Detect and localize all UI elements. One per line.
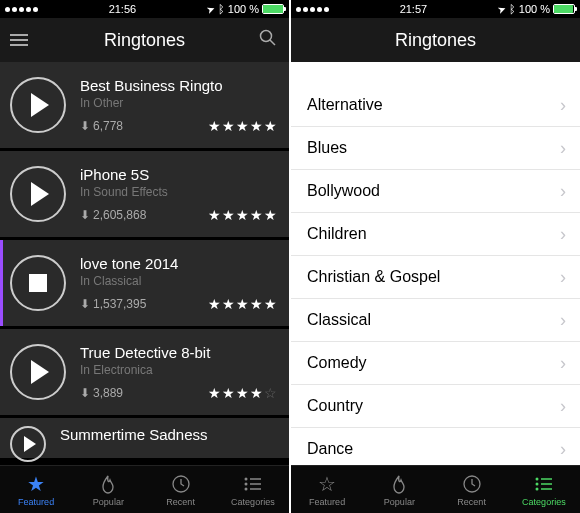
stop-icon <box>29 274 47 292</box>
ringtone-list[interactable]: Best Business Ringto In Other ⬇6,778 ★★★… <box>0 62 289 465</box>
download-count: ⬇3,889 <box>80 386 123 400</box>
location-icon: ➤ <box>205 2 216 15</box>
chevron-right-icon: › <box>560 353 566 374</box>
battery-icon <box>553 4 575 14</box>
star-icon: ☆ <box>318 473 336 495</box>
ringtone-category: In Electronica <box>80 363 277 377</box>
tab-featured[interactable]: ☆ Featured <box>291 466 363 513</box>
play-button[interactable] <box>10 166 66 222</box>
chevron-right-icon: › <box>560 396 566 417</box>
tab-bar: ☆ Featured Popular Recent Categories <box>291 465 580 513</box>
category-list[interactable]: Alternative› Blues› Bollywood› Children›… <box>291 62 580 465</box>
ringtone-title: Best Business Ringto <box>80 77 277 94</box>
svg-point-3 <box>244 477 247 480</box>
status-time: 21:56 <box>109 3 137 15</box>
ringtone-title: True Detective 8-bit <box>80 344 277 361</box>
ringtone-item[interactable]: iPhone 5S In Sound Effects ⬇2,605,868 ★★… <box>0 151 289 237</box>
svg-point-12 <box>535 482 538 485</box>
chevron-right-icon: › <box>560 95 566 116</box>
bluetooth-icon: ᛒ <box>218 3 225 15</box>
category-item[interactable]: Dance› <box>291 428 580 465</box>
status-bar: 21:57 ➤ ᛒ 100 % <box>291 0 580 18</box>
signal-dots-icon <box>296 7 329 12</box>
stop-button[interactable] <box>10 255 66 311</box>
location-icon: ➤ <box>496 2 507 15</box>
play-button[interactable] <box>10 344 66 400</box>
list-gap <box>291 62 580 84</box>
flame-icon <box>390 473 408 495</box>
chevron-right-icon: › <box>560 224 566 245</box>
play-button[interactable] <box>10 77 66 133</box>
svg-line-1 <box>270 40 275 45</box>
ringtone-title: Summertime Sadness <box>60 426 277 443</box>
menu-icon[interactable] <box>10 34 28 46</box>
bluetooth-icon: ᛒ <box>509 3 516 15</box>
download-icon: ⬇ <box>80 119 90 133</box>
svg-point-14 <box>535 487 538 490</box>
tab-popular[interactable]: Popular <box>363 466 435 513</box>
battery-icon <box>262 4 284 14</box>
ringtone-item[interactable]: Summertime Sadness <box>0 418 289 458</box>
rating-stars: ★★★★★ <box>208 207 277 223</box>
ringtone-category: In Classical <box>80 274 277 288</box>
download-count: ⬇6,778 <box>80 119 123 133</box>
play-button[interactable] <box>10 426 46 462</box>
clock-icon <box>462 473 482 495</box>
header: Ringtones <box>291 18 580 62</box>
search-icon[interactable] <box>259 29 277 51</box>
play-icon <box>31 182 49 206</box>
ringtone-category: In Sound Effects <box>80 185 277 199</box>
chevron-right-icon: › <box>560 267 566 288</box>
category-item[interactable]: Alternative› <box>291 84 580 127</box>
svg-point-0 <box>261 31 272 42</box>
tab-categories[interactable]: Categories <box>508 466 580 513</box>
svg-point-10 <box>535 477 538 480</box>
page-title: Ringtones <box>395 30 476 51</box>
category-item[interactable]: Classical› <box>291 299 580 342</box>
tab-categories[interactable]: Categories <box>217 466 289 513</box>
download-icon: ⬇ <box>80 297 90 311</box>
download-icon: ⬇ <box>80 208 90 222</box>
ringtone-title: iPhone 5S <box>80 166 277 183</box>
tab-recent[interactable]: Recent <box>436 466 508 513</box>
category-item[interactable]: Blues› <box>291 127 580 170</box>
tab-recent[interactable]: Recent <box>145 466 217 513</box>
chevron-right-icon: › <box>560 181 566 202</box>
rating-stars: ★★★★★ <box>208 296 277 312</box>
category-item[interactable]: Comedy› <box>291 342 580 385</box>
battery-pct: 100 % <box>519 3 550 15</box>
star-icon: ★ <box>27 473 45 495</box>
play-icon <box>24 436 36 452</box>
svg-point-7 <box>244 487 247 490</box>
list-icon <box>534 473 554 495</box>
chevron-right-icon: › <box>560 138 566 159</box>
status-bar: 21:56 ➤ ᛒ 100 % <box>0 0 289 18</box>
svg-point-5 <box>244 482 247 485</box>
download-count: ⬇1,537,395 <box>80 297 146 311</box>
ringtone-category: In Other <box>80 96 277 110</box>
play-icon <box>31 93 49 117</box>
ringtone-item[interactable]: True Detective 8-bit In Electronica ⬇3,8… <box>0 329 289 415</box>
clock-icon <box>171 473 191 495</box>
ringtone-title: love tone 2014 <box>80 255 277 272</box>
battery-pct: 100 % <box>228 3 259 15</box>
category-item[interactable]: Christian & Gospel› <box>291 256 580 299</box>
category-item[interactable]: Children› <box>291 213 580 256</box>
chevron-right-icon: › <box>560 439 566 460</box>
play-icon <box>31 360 49 384</box>
header: Ringtones <box>0 18 289 62</box>
status-time: 21:57 <box>400 3 428 15</box>
ringtone-item[interactable]: Best Business Ringto In Other ⬇6,778 ★★★… <box>0 62 289 148</box>
tab-bar: ★ Featured Popular Recent Categories <box>0 465 289 513</box>
flame-icon <box>99 473 117 495</box>
chevron-right-icon: › <box>560 310 566 331</box>
download-icon: ⬇ <box>80 386 90 400</box>
tab-popular[interactable]: Popular <box>72 466 144 513</box>
category-item[interactable]: Country› <box>291 385 580 428</box>
ringtone-item-playing[interactable]: love tone 2014 In Classical ⬇1,537,395 ★… <box>0 240 289 326</box>
category-item[interactable]: Bollywood› <box>291 170 580 213</box>
rating-stars: ★★★★★ <box>208 118 277 134</box>
download-count: ⬇2,605,868 <box>80 208 146 222</box>
tab-featured[interactable]: ★ Featured <box>0 466 72 513</box>
phone-right-categories: 21:57 ➤ ᛒ 100 % Ringtones Alternative› B… <box>291 0 580 513</box>
